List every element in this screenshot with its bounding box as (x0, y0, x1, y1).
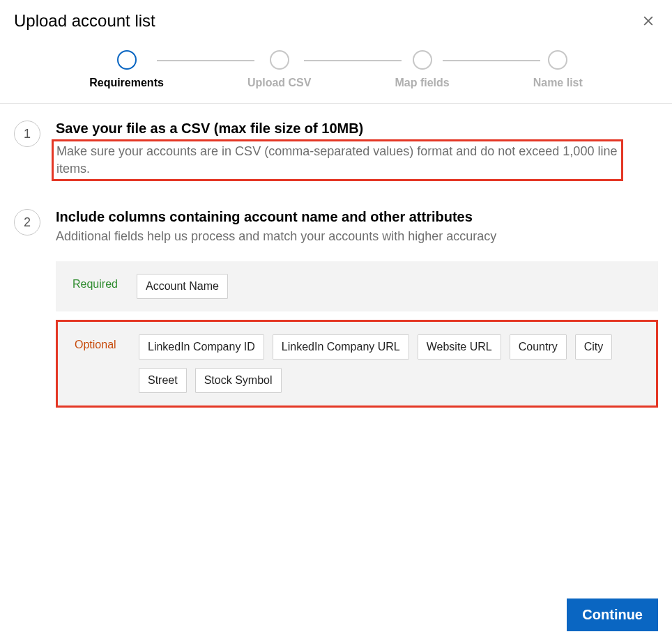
requirement-2: 2 Include columns containing account nam… (14, 209, 658, 407)
stepper: Requirements Upload CSV Map fields Name … (0, 31, 672, 104)
close-icon (641, 14, 655, 28)
optional-chips: LinkedIn Company ID LinkedIn Company URL… (139, 334, 639, 393)
requirement-2-title: Include columns containing account name … (56, 209, 658, 225)
requirement-2-description: Additional fields help us process and ma… (56, 228, 627, 245)
requirement-number: 1 (14, 121, 40, 147)
requirement-number: 2 (14, 209, 40, 235)
chip-linkedin-company-url: LinkedIn Company URL (273, 334, 409, 360)
step-connector (157, 60, 254, 61)
chip-linkedin-company-id: LinkedIn Company ID (139, 334, 264, 360)
requirement-1: 1 Save your file as a CSV (max file size… (14, 121, 658, 181)
modal-header: Upload account list (0, 0, 672, 31)
step-circle-icon (548, 50, 567, 70)
chip-account-name: Account Name (137, 274, 228, 299)
required-chips: Account Name (137, 274, 641, 299)
step-label: Map fields (395, 77, 449, 89)
step-upload-csv[interactable]: Upload CSV (247, 50, 312, 89)
requirement-1-description: Make sure your accounts are in CSV (comm… (52, 139, 623, 181)
chip-country: Country (510, 334, 567, 360)
step-connector (443, 60, 540, 61)
required-label: Required (72, 274, 124, 291)
modal-title: Upload account list (14, 11, 155, 31)
step-name-list[interactable]: Name list (533, 50, 583, 89)
step-circle-icon (270, 50, 289, 70)
step-circle-icon (117, 50, 137, 70)
content-area: 1 Save your file as a CSV (max file size… (0, 104, 672, 408)
chip-website-url: Website URL (418, 334, 501, 360)
step-requirements[interactable]: Requirements (89, 50, 164, 89)
required-fields-box: Required Account Name (56, 261, 658, 311)
step-map-fields[interactable]: Map fields (395, 50, 449, 89)
optional-label: Optional (75, 334, 126, 351)
chip-stock-symbol: Stock Symbol (195, 368, 282, 393)
continue-button[interactable]: Continue (567, 598, 658, 631)
close-button[interactable] (639, 11, 658, 31)
requirement-1-title: Save your file as a CSV (max file size o… (56, 121, 658, 137)
chip-street: Street (139, 368, 187, 393)
step-label: Name list (533, 77, 583, 89)
optional-fields-box: Optional LinkedIn Company ID LinkedIn Co… (56, 320, 658, 408)
step-circle-icon (413, 50, 432, 70)
footer: Continue (567, 598, 658, 631)
step-label: Requirements (89, 77, 164, 89)
step-label: Upload CSV (247, 77, 312, 89)
chip-city: City (575, 334, 613, 360)
step-connector (304, 60, 402, 61)
